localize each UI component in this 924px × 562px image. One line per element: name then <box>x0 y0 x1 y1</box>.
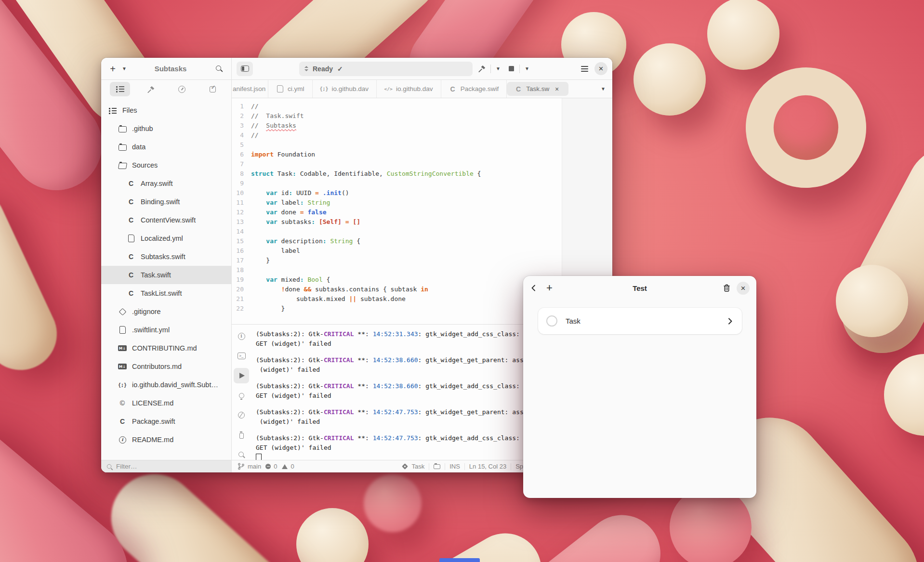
file-tree-row[interactable]: Files <box>101 101 231 119</box>
line-number: 14 <box>232 227 251 236</box>
file-tree-row[interactable]: Array.swift <box>101 174 231 193</box>
file-icon <box>126 289 136 298</box>
symbol-name: Task <box>411 463 424 470</box>
task-row[interactable]: Task <box>538 308 742 334</box>
code-line: 7 <box>232 159 612 169</box>
run-menu-button[interactable]: ▼ <box>523 62 531 76</box>
file-tree-row[interactable]: .github <box>101 119 231 138</box>
code-line: 16 label <box>232 246 612 256</box>
debugger-panel-button[interactable] <box>234 388 249 403</box>
log-panel-button[interactable] <box>234 328 249 344</box>
file-tree: Files .github data Sources Array.swift <box>101 98 231 460</box>
file-tree-row[interactable]: LICENSE.md <box>101 394 231 412</box>
lightbulb-icon <box>239 393 244 398</box>
file-tree-row[interactable]: Subtasks.swift <box>101 248 231 266</box>
project-folder-indicator[interactable] <box>434 464 440 469</box>
wallpaper-shape <box>836 265 908 337</box>
stop-button[interactable] <box>506 62 516 76</box>
build-panel-button[interactable] <box>141 82 161 96</box>
editor-tab[interactable]: anifest.json <box>232 80 268 98</box>
search-icon <box>106 464 112 470</box>
new-document-menu-button[interactable]: ▼ <box>120 62 128 76</box>
tab-close-icon[interactable] <box>553 85 561 93</box>
search-button[interactable] <box>213 62 225 76</box>
files-panel-button[interactable] <box>110 82 130 96</box>
unit-test-panel-button[interactable] <box>234 427 249 443</box>
toggle-sidebar-button[interactable] <box>237 62 253 76</box>
file-tree-row[interactable]: Contributors.md <box>101 357 231 376</box>
file-name: Binding.swift <box>141 198 180 206</box>
file-tree-row[interactable]: data <box>101 138 231 156</box>
close-window-button[interactable] <box>594 62 607 75</box>
critical-label: CRITICAL <box>324 382 354 390</box>
close-icon <box>599 65 604 73</box>
editor-tab[interactable]: ci.yml <box>268 80 313 98</box>
checkbox-icon <box>210 86 216 92</box>
file-name: .gitignore <box>132 308 161 315</box>
editor-tab[interactable]: io.github.dav <box>313 80 377 98</box>
file-tree-row[interactable]: Sources <box>101 156 231 174</box>
tab-file-icon <box>320 85 328 93</box>
search-icon <box>238 451 245 458</box>
insert-mode-indicator[interactable]: INS <box>449 463 460 470</box>
branch-indicator[interactable]: main <box>238 463 261 470</box>
file-name: CONTRIBUTING.md <box>132 344 197 352</box>
file-tree-row[interactable]: Package.swift <box>101 412 231 431</box>
critical-label: CRITICAL <box>324 434 354 442</box>
file-name: .github <box>132 125 153 132</box>
tab-file-icon <box>384 85 392 93</box>
todo-panel-button[interactable] <box>202 82 223 96</box>
file-name: Subtasks.swift <box>141 253 185 261</box>
file-icon <box>118 125 127 133</box>
filter-input[interactable] <box>116 463 212 470</box>
code-line: 11 var label: String <box>232 198 612 208</box>
omnibar-status-button[interactable]: Ready ✓ <box>299 62 473 76</box>
file-tree-row[interactable]: TaskList.swift <box>101 284 231 302</box>
file-icon <box>126 253 136 261</box>
line-number: 12 <box>232 208 251 217</box>
tab-list-dropdown[interactable]: ▼ <box>601 87 606 91</box>
build-button[interactable] <box>476 62 488 76</box>
main-menu-button[interactable] <box>578 62 591 76</box>
web-panel-button[interactable] <box>234 407 249 423</box>
file-icon <box>108 106 118 115</box>
build-menu-button[interactable]: ▼ <box>494 62 502 76</box>
code-line: 15 var description: String { <box>232 236 612 246</box>
diagnostics-indicator[interactable]: 0 0 <box>265 463 294 470</box>
file-tree-row[interactable]: README.md <box>101 431 231 449</box>
back-button[interactable] <box>530 284 538 292</box>
file-tree-row[interactable]: Binding.swift <box>101 193 231 211</box>
file-tree-row[interactable]: Localized.yml <box>101 229 231 248</box>
editor-tab[interactable]: Task.sw <box>507 82 568 96</box>
task-radio-button[interactable] <box>546 315 557 327</box>
file-tree-row[interactable]: .swiftlint.yml <box>101 321 231 339</box>
file-tree-row[interactable]: io.github.david_swift.Subt… <box>101 376 231 394</box>
add-task-button[interactable]: + <box>546 283 553 293</box>
wallpaper-shape <box>0 177 68 382</box>
file-icon <box>118 363 127 371</box>
line-number: 3 <box>232 121 251 131</box>
close-test-window-button[interactable] <box>737 282 750 295</box>
file-tree-row[interactable]: Task.swift <box>101 266 231 284</box>
terminal-panel-button[interactable] <box>234 348 249 364</box>
pipeline-panel-button[interactable] <box>172 82 192 96</box>
new-document-button[interactable]: + <box>107 62 119 76</box>
symbol-indicator[interactable]: Task <box>403 463 424 470</box>
line-number: 10 <box>232 188 251 198</box>
bottom-panel-switcher <box>232 325 251 460</box>
delete-button[interactable] <box>723 284 731 292</box>
wallpaper-shape <box>634 43 706 116</box>
wallpaper-shape <box>707 0 779 70</box>
cursor-position-indicator[interactable]: Ln 15, Col 23 <box>469 463 506 470</box>
critical-label: CRITICAL <box>324 356 354 364</box>
file-tree-row[interactable]: ContentView.swift <box>101 211 231 229</box>
tab-label: io.github.dav <box>332 85 369 92</box>
file-icon <box>118 326 127 334</box>
file-tree-row[interactable]: .gitignore <box>101 302 231 321</box>
editor-tab[interactable]: io.github.dav <box>377 80 441 98</box>
run-output-panel-button[interactable] <box>234 368 249 383</box>
editor-tab[interactable]: Package.swif <box>441 80 507 98</box>
file-tree-row[interactable]: CONTRIBUTING.md <box>101 339 231 357</box>
line-number: 6 <box>232 150 251 159</box>
branch-name: main <box>248 463 261 470</box>
